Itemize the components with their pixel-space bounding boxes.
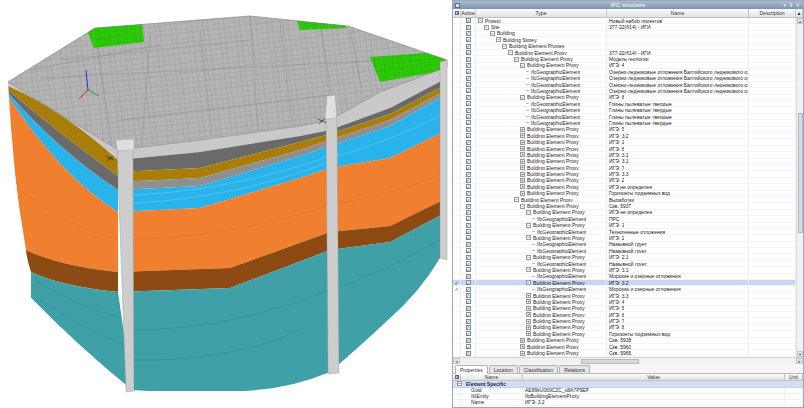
collapse-icon[interactable]: − [508, 50, 513, 55]
expand-icon[interactable]: + [520, 159, 525, 164]
active-checkbox[interactable] [466, 248, 471, 253]
pin-icon[interactable]: ⊽ [789, 3, 793, 8]
active-checkbox[interactable] [466, 152, 471, 157]
expand-icon[interactable]: + [520, 152, 525, 157]
active-checkbox[interactable] [466, 299, 471, 304]
active-checkbox[interactable] [466, 338, 471, 343]
collapse-icon[interactable]: − [514, 197, 519, 202]
active-checkbox[interactable] [466, 18, 471, 23]
active-checkbox[interactable] [466, 44, 471, 49]
active-checkbox[interactable] [466, 57, 471, 62]
property-value[interactable]: AE89kU069C2C_u8A7P9EP [523, 388, 785, 393]
active-checkbox[interactable] [466, 63, 471, 68]
collapse-icon[interactable]: − [478, 18, 483, 23]
active-checkbox[interactable] [466, 146, 471, 151]
panel-menu-icon[interactable]: ▾ [784, 3, 787, 8]
active-checkbox[interactable] [466, 101, 471, 106]
active-checkbox[interactable] [466, 255, 471, 260]
active-checkbox[interactable] [466, 229, 471, 234]
active-checkbox[interactable] [466, 82, 471, 87]
collapse-icon[interactable]: − [520, 204, 525, 209]
property-value[interactable]: IfcBuildingElementProxy [523, 394, 785, 399]
expand-icon[interactable]: + [520, 133, 525, 138]
active-checkbox[interactable] [466, 331, 471, 336]
active-checkbox[interactable] [466, 325, 471, 330]
active-checkbox[interactable] [466, 274, 471, 279]
active-checkbox[interactable] [466, 184, 471, 189]
active-checkbox[interactable] [466, 267, 471, 272]
collapse-icon[interactable]: − [514, 57, 519, 62]
collapse-icon[interactable]: − [526, 210, 531, 215]
active-checkbox[interactable] [466, 133, 471, 138]
collapse-icon[interactable]: − [520, 95, 525, 100]
active-checkbox[interactable] [466, 165, 471, 170]
expand-icon[interactable]: + [526, 299, 531, 304]
collapse-icon[interactable]: − [496, 37, 501, 42]
active-checkbox[interactable] [466, 127, 471, 132]
vertical-scroll-thumb[interactable] [798, 113, 803, 233]
active-checkbox[interactable] [466, 159, 471, 164]
collapse-icon[interactable]: − [502, 44, 507, 49]
active-checkbox[interactable] [466, 31, 471, 36]
expand-icon[interactable]: + [526, 293, 531, 298]
column-header-type[interactable]: Type [476, 9, 607, 17]
expand-icon[interactable]: + [520, 172, 525, 177]
grid-options-icon[interactable] [455, 11, 459, 15]
prop-column-unit[interactable]: Unit [785, 374, 803, 380]
expand-icon[interactable]: + [520, 178, 525, 183]
active-checkbox[interactable] [466, 88, 471, 93]
active-checkbox[interactable] [466, 344, 471, 349]
active-checkbox[interactable] [466, 242, 471, 247]
expand-icon[interactable]: + [520, 146, 525, 151]
prop-column-value[interactable]: Value [523, 374, 785, 380]
tab-relations[interactable]: Relations [559, 365, 590, 373]
collapse-icon[interactable]: − [490, 31, 495, 36]
expand-icon[interactable]: + [520, 127, 525, 132]
active-checkbox[interactable] [466, 120, 471, 125]
property-row[interactable]: NameИГЭ: 3.2 [453, 400, 803, 406]
expand-icon[interactable]: + [526, 331, 531, 336]
active-checkbox[interactable] [466, 216, 471, 221]
active-checkbox[interactable] [466, 351, 471, 356]
active-checkbox[interactable] [466, 95, 471, 100]
active-checkbox[interactable] [466, 50, 471, 55]
column-header-active[interactable]: Active [461, 9, 476, 17]
close-icon[interactable]: ✕ [796, 3, 800, 8]
active-checkbox[interactable] [466, 319, 471, 324]
prop-column-name[interactable]: Name [461, 374, 523, 380]
active-checkbox[interactable] [466, 76, 471, 81]
active-checkbox[interactable] [466, 108, 471, 113]
collapse-icon[interactable]: − [526, 223, 531, 228]
active-checkbox[interactable] [466, 204, 471, 209]
active-checkbox[interactable] [466, 191, 471, 196]
expand-icon[interactable]: + [520, 351, 525, 356]
active-checkbox[interactable] [466, 223, 471, 228]
expand-icon[interactable]: + [526, 325, 531, 330]
expand-icon[interactable]: + [526, 312, 531, 317]
scroll-right-icon[interactable]: ► [796, 358, 803, 364]
column-header-description[interactable]: Description [749, 9, 796, 17]
expand-icon[interactable]: + [520, 344, 525, 349]
scroll-up-icon[interactable]: ▲ [797, 18, 803, 24]
active-checkbox[interactable] [466, 69, 471, 74]
horizontal-scrollbar[interactable]: ◄ ► [453, 357, 803, 364]
panel-titlebar[interactable]: IFC structure ▾ ⊽ ✕ [453, 1, 803, 9]
expand-icon[interactable]: + [520, 165, 525, 170]
horizontal-scroll-thumb[interactable] [581, 359, 639, 364]
active-checkbox[interactable] [466, 293, 471, 298]
column-header-name[interactable]: Name [607, 9, 749, 17]
collapse-icon[interactable]: − [526, 267, 531, 272]
active-checkbox[interactable] [466, 172, 471, 177]
vertical-scrollbar[interactable]: ▲ ▼ [796, 18, 803, 357]
collapse-icon[interactable]: − [526, 255, 531, 260]
property-value[interactable]: ИГЭ: 3.2 [523, 400, 785, 405]
active-checkbox[interactable] [466, 235, 471, 240]
active-checkbox[interactable] [466, 114, 471, 119]
tab-properties[interactable]: Properties [455, 365, 488, 374]
collapse-icon[interactable]: − [520, 63, 525, 68]
expand-icon[interactable]: + [520, 140, 525, 145]
3d-viewport[interactable] [0, 0, 452, 408]
active-checkbox[interactable] [466, 37, 471, 42]
active-checkbox[interactable] [466, 280, 471, 285]
collapse-icon[interactable]: − [484, 25, 489, 30]
